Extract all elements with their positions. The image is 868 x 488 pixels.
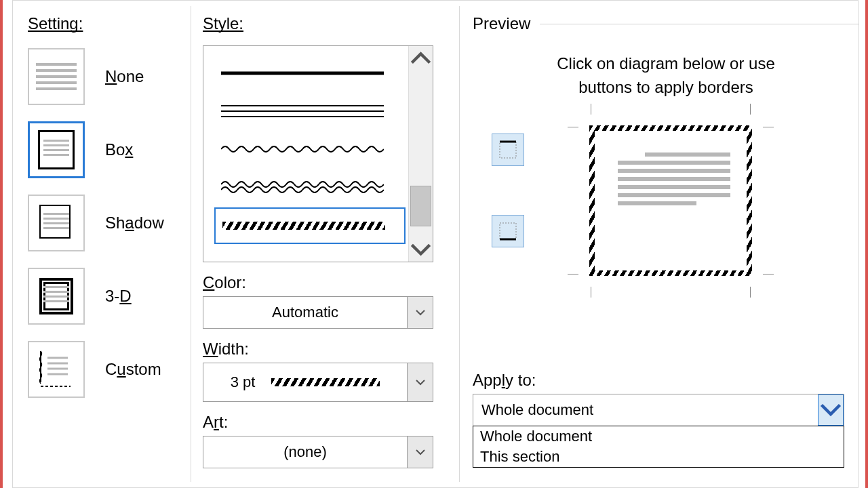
setting-none-label: None	[105, 67, 144, 86]
style-option-wavy[interactable]	[214, 131, 406, 167]
setting-section: Setting: None	[28, 14, 184, 414]
chevron-down-icon	[409, 242, 433, 257]
setting-none[interactable]: None	[28, 48, 184, 105]
apply-to-label: Apply to:	[473, 371, 859, 390]
art-value: (none)	[203, 443, 407, 461]
line-sample-icon	[222, 222, 385, 230]
scroll-track[interactable]	[409, 70, 433, 237]
style-scrollbar[interactable]	[408, 46, 433, 262]
setting-box-thumb-icon	[28, 121, 85, 178]
style-option-triple-thin[interactable]	[214, 94, 406, 129]
divider	[459, 6, 460, 482]
chevron-down-icon	[415, 379, 426, 386]
color-combobox[interactable]: Automatic	[203, 296, 433, 329]
setting-box-label: Box	[105, 140, 133, 159]
style-listbox[interactable]	[203, 45, 433, 262]
svg-rect-10	[500, 223, 516, 239]
setting-shadow-label: Shadow	[105, 214, 164, 232]
style-option-double-wavy[interactable]	[214, 169, 406, 205]
width-value: 3 pt	[203, 373, 407, 391]
preview-horizontal-buttons	[473, 306, 859, 346]
preview-section: Preview Click on diagram below or use bu…	[473, 14, 859, 468]
color-value: Automatic	[203, 304, 407, 321]
border-bottom-button[interactable]	[492, 215, 524, 247]
border-top-button[interactable]	[492, 134, 524, 166]
line-sample-icon	[221, 66, 384, 80]
apply-to-option[interactable]: Whole document	[473, 426, 844, 447]
setting-custom[interactable]: Custom	[28, 341, 184, 398]
setting-custom-thumb-icon	[28, 341, 85, 398]
divider	[191, 6, 191, 482]
setting-shadow[interactable]: Shadow	[28, 195, 184, 251]
art-dropdown-button[interactable]	[407, 436, 433, 468]
apply-to-option[interactable]: This section	[473, 447, 844, 467]
preview-diagram	[473, 120, 859, 296]
setting-3d[interactable]: 3-D	[28, 268, 184, 325]
line-sample-icon	[221, 144, 384, 155]
svg-rect-8	[500, 142, 516, 158]
borders-and-shading-dialog: Setting: None	[12, 0, 859, 488]
line-sample-icon	[221, 103, 384, 119]
setting-custom-label: Custom	[105, 360, 161, 379]
scroll-thumb[interactable]	[410, 186, 431, 226]
art-combobox[interactable]: (none)	[203, 436, 433, 468]
scroll-down-button[interactable]	[409, 237, 433, 262]
style-option-diagonal-hatch[interactable]	[214, 207, 406, 244]
border-bottom-icon	[498, 221, 518, 241]
chevron-up-icon	[409, 51, 433, 66]
setting-box[interactable]: Box	[28, 121, 184, 178]
style-option-solid-thick[interactable]	[214, 56, 406, 91]
color-label: Color:	[203, 273, 447, 292]
apply-to-dropdown-button[interactable]	[818, 394, 844, 426]
setting-heading: Setting:	[28, 14, 184, 33]
chevron-down-icon	[415, 449, 426, 455]
width-dropdown-button[interactable]	[407, 363, 433, 401]
page-preview[interactable]	[580, 116, 762, 285]
style-heading: Style:	[203, 14, 447, 33]
apply-to-value: Whole document	[473, 401, 818, 419]
line-sample-icon	[221, 180, 384, 194]
style-scroll-viewport	[203, 46, 408, 262]
setting-option-list: None Box	[28, 48, 184, 398]
divider	[540, 24, 859, 24]
width-combobox[interactable]: 3 pt	[203, 363, 433, 402]
apply-to-dropdown-list[interactable]: Whole document This section	[473, 426, 844, 468]
width-label: Width:	[203, 340, 447, 359]
setting-3d-label: 3-D	[105, 287, 132, 306]
width-sample-icon	[271, 378, 380, 386]
chevron-down-icon	[415, 309, 426, 316]
chevron-down-icon	[818, 402, 843, 418]
setting-shadow-thumb-icon	[28, 195, 85, 251]
apply-to-combobox[interactable]: Whole document	[473, 394, 844, 426]
style-section: Style:	[203, 14, 447, 468]
preview-caption: Click on diagram below or use buttons to…	[473, 52, 859, 100]
setting-3d-thumb-icon	[28, 268, 85, 325]
color-dropdown-button[interactable]	[407, 297, 433, 328]
scroll-up-button[interactable]	[409, 46, 433, 70]
preview-heading: Preview	[473, 14, 530, 33]
setting-none-thumb-icon	[28, 48, 85, 105]
art-label: Art:	[203, 413, 447, 432]
border-top-icon	[498, 140, 518, 160]
page-text-icon	[618, 148, 730, 209]
apply-to-section: Apply to: Whole document Whole document …	[473, 371, 859, 468]
